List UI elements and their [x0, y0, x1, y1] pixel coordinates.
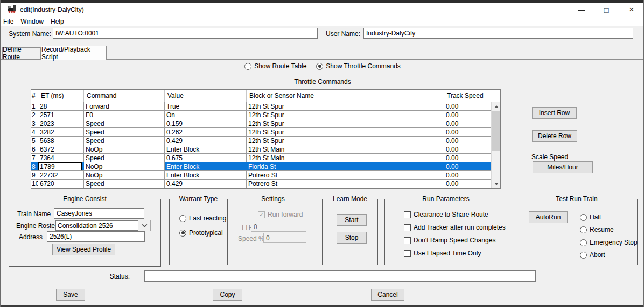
table-row[interactable]: 66372NoOpEnter Block12th St Main0.00 [31, 145, 500, 154]
table-cell[interactable]: 0.675 [165, 154, 247, 162]
table-cell[interactable]: 12th St Spur [247, 102, 444, 110]
table-cell[interactable]: 6372 [38, 145, 84, 153]
checkbox-clearance-share-route[interactable]: Clearance to Share Route [404, 211, 488, 218]
table-row[interactable]: 77364Speed0.67512th St Main0.00 [31, 154, 500, 162]
radio-show-throttle-commands[interactable]: Show Throttle Commands [316, 62, 401, 70]
menu-file[interactable]: File [3, 18, 17, 25]
scale-speed-button[interactable]: Miles/Hour [533, 161, 593, 173]
table-cell[interactable]: 22732 [38, 171, 84, 179]
table-cell[interactable]: Florida St [247, 162, 444, 170]
menu-help[interactable]: Help [51, 18, 68, 25]
table-cell[interactable]: 0.429 [165, 180, 247, 188]
table-cell[interactable]: 1 [31, 102, 38, 110]
table-cell[interactable]: 0.00 [444, 111, 491, 119]
radio-fast-reacting[interactable]: Fast reacting [179, 215, 226, 222]
table-cell[interactable]: 12th St Spur [247, 137, 444, 145]
checkbox-add-tracker[interactable]: Add Tracker after run completes [404, 224, 506, 231]
minimize-icon[interactable]: — [572, 3, 591, 17]
table-cell[interactable]: Speed [84, 119, 165, 127]
table-cell[interactable]: 0.429 [165, 137, 247, 145]
status-input[interactable] [144, 270, 536, 282]
col-header-num[interactable]: # [31, 90, 38, 102]
table-cell[interactable]: 3282 [38, 128, 84, 136]
table-cell[interactable]: NoOp [84, 171, 165, 179]
table-row[interactable]: 922732NoOpEnter BlockPotrero St0.00 [31, 171, 500, 180]
table-cell[interactable]: Speed [84, 180, 165, 188]
table-cell[interactable]: 0.00 [444, 154, 491, 162]
checkbox-dont-ramp-speed[interactable]: Don't Ramp Speed Changes [404, 237, 495, 244]
scrollbar-thumb[interactable] [492, 111, 500, 151]
table-cell[interactable]: 5638 [38, 137, 84, 145]
table-cell[interactable]: 8 [31, 162, 38, 170]
save-button[interactable]: Save [56, 289, 85, 301]
table-cell[interactable]: 10 [31, 180, 38, 188]
table-cell[interactable]: Speed [84, 128, 165, 136]
table-cell[interactable]: 6 [31, 145, 38, 153]
table-row[interactable]: 81789NoOpEnter BlockFlorida St0.00 [31, 162, 500, 171]
table-cell[interactable]: 0.00 [444, 137, 491, 145]
tab-define-route[interactable]: Define Route [2, 47, 41, 59]
radio-abort[interactable]: Abort [580, 251, 605, 259]
table-cell[interactable]: 7 [31, 154, 38, 162]
system-name-input[interactable]: IW:AUTO:0001 [53, 28, 318, 39]
table-cell[interactable]: 2 [31, 111, 38, 119]
table-row[interactable]: 22571F0On12th St Spur0.00 [31, 111, 500, 119]
table-cell[interactable]: 0.00 [444, 119, 491, 127]
table-cell[interactable]: 12th St Spur [247, 128, 444, 136]
table-cell[interactable]: 0.159 [165, 119, 247, 127]
table-cell[interactable]: 0.00 [444, 102, 491, 110]
engine-roster-combobox[interactable]: Consolidation 2526 [55, 220, 151, 231]
start-button[interactable]: Start [337, 214, 367, 226]
close-icon[interactable]: × [622, 3, 641, 17]
table-row[interactable]: 128ForwardTrue12th St Spur0.00 [31, 102, 500, 111]
table-cell[interactable]: 12th St Main [247, 154, 444, 162]
table-cell[interactable]: 2023 [38, 119, 84, 127]
table-cell[interactable]: 0.00 [444, 171, 491, 179]
delete-row-button[interactable]: Delete Row [532, 130, 577, 142]
radio-emergency-stop[interactable]: Emergency Stop [580, 239, 638, 246]
table-cell[interactable]: 5 [31, 137, 38, 145]
table-cell[interactable]: Enter Block [165, 162, 247, 170]
table-scrollbar[interactable] [491, 102, 500, 188]
radio-resume[interactable]: Resume [580, 226, 614, 233]
table-cell[interactable]: Speed [84, 137, 165, 145]
table-row[interactable]: 55638Speed0.42912th St Spur0.00 [31, 137, 500, 145]
col-header-et[interactable]: ET (ms) [38, 90, 84, 102]
col-header-command[interactable]: Command [84, 90, 165, 102]
user-name-input[interactable]: Industry-DalyCity [363, 28, 633, 39]
autorun-button[interactable]: AutoRun [529, 211, 568, 223]
table-row[interactable]: 32023Speed0.15912th St Spur0.00 [31, 119, 500, 128]
chevron-down-icon[interactable] [138, 220, 150, 231]
scroll-down-icon[interactable] [492, 180, 501, 188]
table-cell[interactable]: 0.00 [444, 162, 491, 170]
table-cell[interactable]: 12th St Main [247, 145, 444, 153]
table-cell[interactable]: 12th St Spur [247, 119, 444, 127]
table-cell[interactable]: 28 [38, 102, 84, 110]
table-cell[interactable]: 4 [31, 128, 38, 136]
table-cell[interactable]: 7364 [38, 154, 84, 162]
table-cell[interactable]: Enter Block [165, 171, 247, 179]
scroll-up-icon[interactable] [492, 102, 501, 111]
table-row[interactable]: 106720Speed0.429Potrero St0.00 [31, 180, 500, 188]
radio-show-route-table[interactable]: Show Route Table [244, 62, 306, 70]
table-cell[interactable]: 2571 [38, 111, 84, 119]
stop-button[interactable]: Stop [337, 232, 367, 244]
train-name-input[interactable]: CaseyJones [54, 208, 144, 219]
checkbox-use-elapsed-time[interactable]: Use Elapsed Time Only [404, 249, 481, 257]
cancel-button[interactable]: Cancel [371, 289, 404, 301]
radio-prototypical[interactable]: Prototypical [179, 229, 223, 237]
col-header-track-speed[interactable]: Track Speed [444, 90, 491, 102]
table-cell[interactable]: Speed [84, 154, 165, 162]
address-input[interactable]: 2526(L) [47, 231, 145, 242]
table-cell[interactable]: 1789 [38, 162, 84, 170]
cell-editor[interactable]: 1789 [38, 162, 82, 170]
maximize-icon[interactable]: □ [597, 3, 615, 17]
radio-halt[interactable]: Halt [580, 213, 601, 221]
table-cell[interactable]: Potrero St [247, 180, 444, 188]
table-cell[interactable]: 12th St Spur [247, 111, 444, 119]
tab-record-playback-script[interactable]: Record/Playback Script [41, 46, 107, 60]
table-cell[interactable]: On [165, 111, 247, 119]
table-cell[interactable]: 0.00 [444, 128, 491, 136]
table-cell[interactable]: Forward [84, 102, 165, 110]
col-header-block[interactable]: Block or Sensor Name [247, 90, 444, 102]
